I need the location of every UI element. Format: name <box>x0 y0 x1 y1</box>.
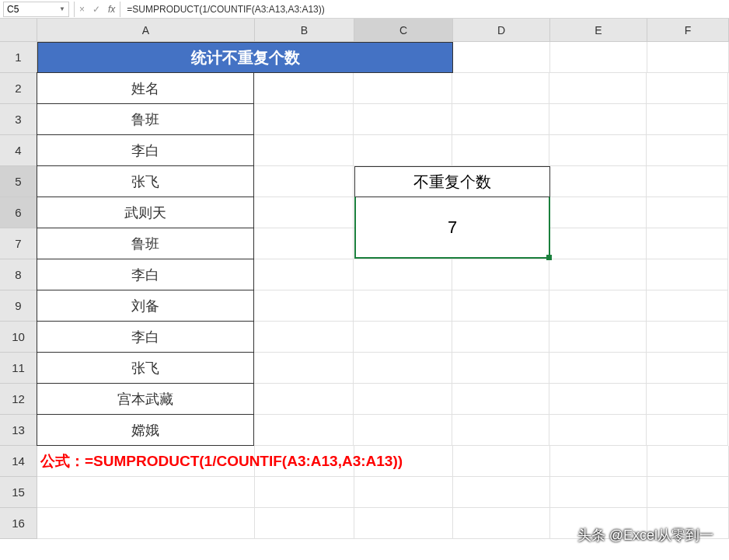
row-header-7[interactable]: 7 <box>0 228 37 259</box>
cell-F3[interactable] <box>647 104 728 135</box>
cell-D10[interactable] <box>452 322 549 353</box>
cell-E2[interactable] <box>549 73 647 104</box>
cell-C12[interactable] <box>354 384 452 415</box>
cell-B12[interactable] <box>254 384 354 415</box>
cell-E10[interactable] <box>549 322 647 353</box>
chevron-down-icon[interactable]: ▼ <box>59 5 65 12</box>
cell-A5[interactable]: 张飞 <box>37 165 254 197</box>
cell-F11[interactable] <box>647 353 728 384</box>
col-header-E[interactable]: E <box>550 19 647 42</box>
cell-B13[interactable] <box>254 415 354 446</box>
cell-B3[interactable] <box>254 104 354 135</box>
cell-D4[interactable] <box>452 135 549 166</box>
cell-F14[interactable] <box>647 446 729 477</box>
cell-E4[interactable] <box>549 135 647 166</box>
row-header-5[interactable]: 5 <box>0 166 37 197</box>
cell-A10[interactable]: 李白 <box>37 321 254 353</box>
cell-F15[interactable] <box>647 477 729 508</box>
cell-E14[interactable] <box>550 446 647 477</box>
cell-C15[interactable] <box>354 477 453 508</box>
cell-F8[interactable] <box>647 259 728 290</box>
cell-A3[interactable]: 鲁班 <box>37 103 254 135</box>
cell-F1[interactable] <box>647 42 729 73</box>
cell-A13[interactable]: 嫦娥 <box>37 414 254 446</box>
col-header-D[interactable]: D <box>453 19 550 42</box>
row-header-15[interactable]: 15 <box>0 477 37 508</box>
cell-D16[interactable] <box>453 508 550 539</box>
result-value-cell[interactable]: 7 <box>354 197 550 259</box>
row-header-14[interactable]: 14 <box>0 446 37 477</box>
cell-E12[interactable] <box>549 384 647 415</box>
cell-E15[interactable] <box>550 477 647 508</box>
cell-C4[interactable] <box>354 135 452 166</box>
fill-handle[interactable] <box>546 255 552 260</box>
cell-C11[interactable] <box>354 353 452 384</box>
cell-A8[interactable]: 李白 <box>37 259 254 290</box>
cell-F9[interactable] <box>647 290 728 322</box>
merged-title-cell[interactable]: 统计不重复个数 <box>37 42 453 73</box>
result-header-cell[interactable]: 不重复个数 <box>354 166 550 197</box>
cell-D15[interactable] <box>453 477 550 508</box>
row-header-11[interactable]: 11 <box>0 353 37 384</box>
cell-D14[interactable] <box>453 446 550 477</box>
cell-F2[interactable] <box>647 73 728 104</box>
cell-B2[interactable] <box>254 73 354 104</box>
cell-C9[interactable] <box>354 290 452 322</box>
cell-A7[interactable]: 鲁班 <box>37 228 254 259</box>
cell-B15[interactable] <box>255 477 354 508</box>
col-header-B[interactable]: B <box>255 19 354 42</box>
cell-A4[interactable]: 李白 <box>37 134 254 166</box>
row-header-1[interactable]: 1 <box>0 42 37 73</box>
cell-C3[interactable] <box>354 104 452 135</box>
col-header-F[interactable]: F <box>647 19 729 42</box>
cancel-formula-icon[interactable]: × <box>79 4 85 15</box>
cell-B6[interactable] <box>254 197 354 228</box>
cell-A14-formula[interactable]: 公式：=SUMPRODUCT(1/COUNTIF(A3:A13,A3:A13)) <box>37 446 255 477</box>
cell-D2[interactable] <box>452 73 549 104</box>
cell-D8[interactable] <box>452 259 549 290</box>
cell-C10[interactable] <box>354 322 452 353</box>
cell-B5[interactable] <box>254 166 354 197</box>
cell-E8[interactable] <box>549 259 647 290</box>
cell-B4[interactable] <box>254 135 354 166</box>
formula-input[interactable]: =SUMPRODUCT(1/COUNTIF(A3:A13,A3:A13)) <box>120 2 729 17</box>
cell-A9[interactable]: 刘备 <box>37 290 254 322</box>
name-box[interactable]: C5 ▼ <box>3 2 69 17</box>
cell-B16[interactable] <box>255 508 354 539</box>
cell-E13[interactable] <box>549 415 647 446</box>
cell-A2[interactable]: 姓名 <box>37 72 254 104</box>
row-header-8[interactable]: 8 <box>0 259 37 290</box>
cell-F10[interactable] <box>647 322 728 353</box>
cell-E11[interactable] <box>549 353 647 384</box>
cell-E5[interactable] <box>549 166 647 197</box>
cell-C8[interactable] <box>354 259 452 290</box>
cell-A16[interactable] <box>37 508 255 539</box>
cell-E7[interactable] <box>549 228 647 259</box>
cell-F7[interactable] <box>647 228 728 259</box>
col-header-C[interactable]: C <box>354 19 453 42</box>
cell-C2[interactable] <box>354 73 452 104</box>
confirm-formula-icon[interactable]: ✓ <box>92 4 100 15</box>
cell-A6[interactable]: 武则天 <box>37 197 254 228</box>
cell-C13[interactable] <box>354 415 452 446</box>
row-header-16[interactable]: 16 <box>0 508 37 539</box>
cell-F4[interactable] <box>647 135 728 166</box>
row-header-9[interactable]: 9 <box>0 290 37 322</box>
cell-D1[interactable] <box>453 42 550 73</box>
cell-B7[interactable] <box>254 228 354 259</box>
cell-D13[interactable] <box>452 415 549 446</box>
row-header-10[interactable]: 10 <box>0 322 37 353</box>
cell-F12[interactable] <box>647 384 728 415</box>
cell-A11[interactable]: 张飞 <box>37 352 254 384</box>
cell-E6[interactable] <box>549 197 647 228</box>
cell-D12[interactable] <box>452 384 549 415</box>
row-header-3[interactable]: 3 <box>0 104 37 135</box>
cell-A15[interactable] <box>37 477 255 508</box>
cell-F6[interactable] <box>647 197 728 228</box>
cell-B10[interactable] <box>254 322 354 353</box>
row-header-6[interactable]: 6 <box>0 197 37 228</box>
row-header-4[interactable]: 4 <box>0 135 37 166</box>
cell-D9[interactable] <box>452 290 549 322</box>
col-header-A[interactable]: A <box>37 19 255 42</box>
fx-icon[interactable]: fx <box>108 4 115 15</box>
